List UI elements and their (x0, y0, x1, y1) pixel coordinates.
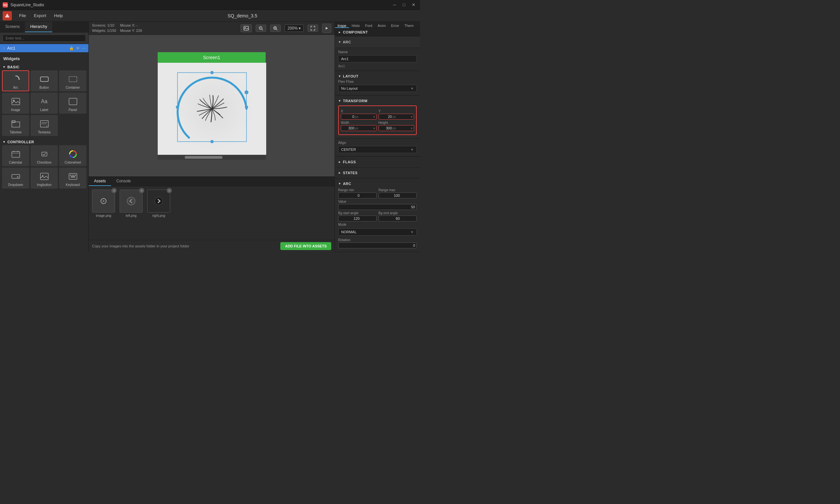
flex-flow-dropdown[interactable]: No Layout ▼ (338, 85, 417, 92)
tab-theme[interactable]: Them (402, 22, 416, 28)
arc-section-arrow: ▼ (338, 40, 341, 44)
widget-textarea[interactable]: Textarea (31, 115, 58, 136)
widget-image[interactable]: Image (2, 93, 29, 114)
widget-keyboard[interactable]: Keyboard (59, 167, 86, 188)
canvas-area: Screen1 (89, 35, 335, 176)
image-mode-button[interactable] (240, 24, 252, 32)
width-input[interactable] (342, 126, 354, 130)
widget-container[interactable]: Container (59, 70, 86, 91)
flags-section-title[interactable]: Flags (338, 159, 417, 165)
horizontal-scrollbar[interactable] (157, 155, 266, 160)
tab-anim[interactable]: Anim (375, 22, 389, 28)
svg-rect-11 (12, 151, 20, 157)
tab-assets[interactable]: Assets (89, 177, 111, 186)
hierarchy-item-arc1[interactable]: ○ Arc1 🔒 👁 ⋯ (0, 44, 88, 52)
add-file-button[interactable]: ADD FILE INTO ASSETS (280, 242, 331, 250)
widget-button[interactable]: Button (31, 70, 58, 91)
fullscreen-button[interactable] (308, 25, 318, 32)
asset-close-left[interactable]: ✕ (139, 188, 144, 193)
svg-rect-22 (72, 175, 73, 176)
height-input[interactable] (380, 126, 392, 130)
minimize-button[interactable]: ─ (391, 2, 398, 8)
tab-screens[interactable]: Screens (0, 22, 25, 32)
states-section-title[interactable]: States (338, 169, 417, 176)
menu-export[interactable]: Export (31, 12, 50, 19)
asset-close-right[interactable]: ✕ (167, 188, 172, 193)
value-input[interactable] (340, 205, 415, 209)
play-button[interactable] (322, 24, 331, 33)
rotation-input[interactable] (340, 244, 415, 247)
svg-rect-21 (70, 175, 71, 176)
height-dropdown-icon[interactable]: ▾ (411, 126, 412, 130)
menu-file[interactable]: File (16, 12, 29, 19)
tab-history[interactable]: Histo (349, 22, 362, 28)
asset-image-png[interactable]: ✕ image.png (92, 190, 115, 217)
x-input[interactable] (342, 115, 354, 119)
zoom-out-button[interactable] (256, 25, 266, 32)
more-icon[interactable]: ⋯ (82, 46, 86, 51)
svg-rect-17 (12, 175, 20, 178)
widget-panel[interactable]: Panel (59, 93, 86, 114)
tab-console[interactable]: Console (111, 177, 136, 186)
zoom-display[interactable]: 200% ▾ (285, 25, 304, 32)
tab-hierarchy[interactable]: Hierarchy (25, 22, 52, 32)
eye-icon[interactable]: 👁 (76, 46, 80, 51)
app-logo: SQ (3, 2, 8, 7)
range-max-input[interactable] (380, 194, 400, 197)
widget-tabview[interactable]: Tabview (2, 115, 29, 136)
arc-properties-title[interactable]: Arc (338, 180, 417, 187)
mode-label: Mode (338, 223, 417, 227)
transform-box: X px ▾ Y px ▾ (338, 106, 417, 135)
y-input[interactable] (380, 115, 392, 119)
bg-start-angle-field: Bg start angle (338, 211, 377, 221)
name-field-input[interactable] (338, 55, 417, 62)
svg-rect-7 (12, 121, 15, 123)
widget-calendar[interactable]: Calendar (2, 145, 29, 166)
close-button[interactable]: ✕ (410, 2, 417, 8)
menu-help[interactable]: Help (51, 12, 66, 19)
widget-colorwheel[interactable]: Colorwheel (59, 145, 86, 166)
svg-point-46 (127, 197, 135, 205)
zoom-in-button[interactable] (270, 25, 281, 32)
widget-dropdown[interactable]: Dropdown (2, 167, 29, 188)
svg-rect-1 (40, 77, 48, 82)
svg-rect-23 (73, 175, 74, 176)
asset-right-thumb: ✕ (147, 190, 170, 213)
maximize-button[interactable]: □ (400, 2, 407, 8)
search-input[interactable] (3, 35, 86, 42)
mode-dropdown[interactable]: NORMAL ▼ (338, 228, 417, 236)
asset-left-png[interactable]: ✕ left.png (120, 190, 143, 217)
width-dropdown-icon[interactable]: ▾ (373, 126, 375, 130)
screen-content[interactable] (158, 63, 266, 155)
svg-rect-3 (12, 98, 20, 105)
bg-end-angle-input[interactable] (380, 217, 400, 220)
arc-subsection[interactable]: ▼ ARC (338, 38, 417, 46)
x-label: X (341, 109, 377, 113)
controller-section-header[interactable]: CONTROLLER (2, 139, 86, 145)
align-dropdown[interactable]: CENTER ▼ (338, 146, 417, 153)
tab-font[interactable]: Font (362, 22, 375, 28)
asset-close-image[interactable]: ✕ (111, 188, 117, 193)
tab-error[interactable]: Error (389, 22, 401, 28)
y-dropdown-icon[interactable]: ▾ (411, 115, 412, 119)
widget-label[interactable]: Aa Label (31, 93, 58, 114)
asset-right-name: right.png (153, 214, 165, 217)
lock-icon[interactable]: 🔒 (69, 46, 74, 51)
asset-right-png[interactable]: ✕ right.png (147, 190, 170, 217)
basic-section-header[interactable]: BASIC (2, 64, 86, 70)
flags-section: Flags (335, 157, 420, 167)
transform-section-title[interactable]: Transform (338, 97, 417, 104)
layout-section-title[interactable]: Layout (338, 73, 417, 79)
title-bar-controls[interactable]: ─ □ ✕ (391, 2, 417, 8)
bg-start-angle-label: Bg start angle (338, 211, 377, 215)
right-png-icon (154, 196, 164, 206)
bg-start-angle-input[interactable] (340, 217, 359, 220)
widget-arc[interactable]: Arc (2, 70, 29, 91)
widget-imgbutton[interactable]: Imgbutton (31, 167, 58, 188)
widget-checkbox[interactable]: Checkbox (31, 145, 58, 166)
range-max-field: Range max (379, 188, 417, 198)
x-input-wrapper: px ▾ (341, 114, 377, 120)
range-min-input[interactable] (340, 194, 359, 197)
tab-inspect[interactable]: Inspe (335, 22, 349, 28)
x-dropdown-icon[interactable]: ▾ (373, 115, 375, 119)
